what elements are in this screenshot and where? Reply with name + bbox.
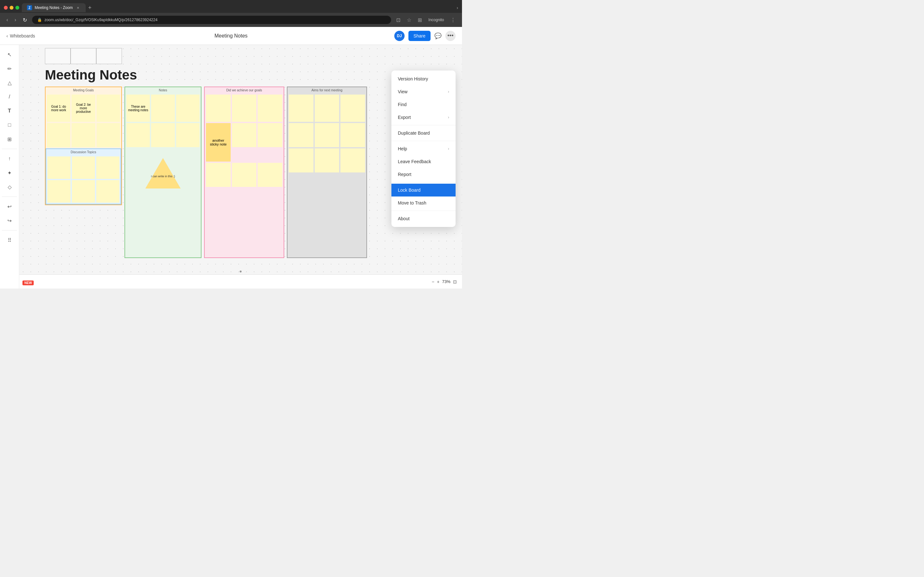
- pen-tool-button[interactable]: ✏: [4, 63, 15, 74]
- tab-close-button[interactable]: ✕: [75, 5, 81, 10]
- left-toolbar: ↖ ✏ △ / T □ ⊞ ↑ ✦ ◇ ↩ ↪ ⠿: [0, 45, 19, 288]
- menu-item-duplicate-board[interactable]: Duplicate Board: [391, 127, 456, 139]
- sticky-note5[interactable]: [151, 123, 174, 147]
- scroll-indicator: [240, 271, 242, 272]
- menu-item-lock-board[interactable]: Lock Board: [391, 184, 456, 197]
- sticky-goal2[interactable]: Goal 2: be more productive: [71, 95, 95, 122]
- select-tool-button[interactable]: ↖: [4, 49, 15, 60]
- star-tool-button[interactable]: ✦: [4, 167, 15, 179]
- maximize-window-button[interactable]: [15, 6, 19, 10]
- undo-button[interactable]: ↩: [4, 201, 15, 212]
- sticky-aim4[interactable]: [289, 123, 313, 147]
- forward-button[interactable]: ›: [13, 16, 17, 24]
- menu-item-move-to-trash[interactable]: Move to Trash: [391, 197, 456, 210]
- discussion-topics-title: Discussion Topics: [46, 149, 121, 155]
- sticky-disc6[interactable]: [96, 180, 120, 203]
- sticky-goal1[interactable]: Goal 1: do more work: [47, 95, 70, 122]
- sticky-note1[interactable]: These are meeting notes: [126, 95, 150, 122]
- sticky-disc2[interactable]: [72, 156, 95, 179]
- zoom-level-display: 73%: [442, 279, 451, 284]
- menu-item-help[interactable]: Help ›: [391, 142, 456, 155]
- sticky-ach1[interactable]: [206, 95, 231, 122]
- sticky-ach8[interactable]: [232, 163, 257, 187]
- minimize-window-button[interactable]: [10, 6, 13, 10]
- line-tool-button[interactable]: /: [4, 91, 15, 103]
- toolbar-separator: [2, 149, 17, 149]
- sticky-ach7[interactable]: [206, 163, 231, 187]
- refresh-button[interactable]: ↻: [21, 16, 28, 24]
- sticky-goal3[interactable]: [97, 95, 120, 122]
- sticky-note6[interactable]: [176, 123, 200, 147]
- frame-previews: [45, 48, 122, 64]
- triangle-note[interactable]: I can write in this :): [145, 158, 181, 189]
- template-tool-button[interactable]: ⊞: [4, 133, 15, 145]
- sticky-disc1[interactable]: [47, 156, 71, 179]
- address-bar[interactable]: 🔒 zoom.us/wb/doc/_GzqzfVOSlKu9apIdkkuMQ/…: [32, 16, 391, 24]
- menu-item-about[interactable]: About: [391, 212, 456, 225]
- text-tool-button[interactable]: T: [4, 105, 15, 117]
- sticky-another[interactable]: another sticky note: [206, 123, 231, 161]
- sticky-aim2[interactable]: [315, 95, 339, 122]
- sticky-aim9[interactable]: [341, 148, 365, 172]
- active-tab[interactable]: Z Meeting Notes - Zoom ✕: [22, 3, 86, 12]
- close-window-button[interactable]: [4, 6, 8, 10]
- sticky-aim7[interactable]: [289, 148, 313, 172]
- sticky-ach5[interactable]: [232, 123, 257, 147]
- zoom-out-button[interactable]: −: [432, 279, 435, 284]
- tab-title: Meeting Notes - Zoom: [35, 5, 73, 10]
- new-tab-button[interactable]: +: [88, 5, 92, 11]
- sticky-goal4[interactable]: [47, 123, 70, 147]
- menu-divider-4: [391, 211, 456, 211]
- back-to-whiteboards-button[interactable]: ‹ Whiteboards: [6, 33, 35, 39]
- zoom-in-button[interactable]: +: [437, 279, 439, 284]
- back-button[interactable]: ‹: [5, 16, 9, 24]
- app-header: ‹ Whiteboards Meeting Notes DJ Share 💬 •…: [0, 27, 462, 45]
- minimap-button[interactable]: ⊡: [453, 279, 457, 284]
- shape-tool-button[interactable]: △: [4, 77, 15, 89]
- sticky-note4[interactable]: [126, 123, 150, 147]
- frame-tool-button[interactable]: □: [4, 119, 15, 131]
- menu-item-export[interactable]: Export ›: [391, 111, 456, 124]
- sticky-ach6[interactable]: [258, 123, 282, 147]
- frame-preview-2[interactable]: [71, 48, 96, 64]
- context-menu: Version History View › Find Export › Dup…: [391, 71, 456, 227]
- sticky-ach3[interactable]: [258, 95, 282, 122]
- sticky-aim6[interactable]: [341, 123, 365, 147]
- sticky-aim1[interactable]: [289, 95, 313, 122]
- notes-section: Notes These are meeting notes I can writ…: [124, 87, 202, 258]
- achieve-goals-section: Did we achieve our goals another sticky …: [204, 87, 284, 258]
- sticky-ach9[interactable]: [258, 163, 282, 187]
- sticky-aim8[interactable]: [315, 148, 339, 172]
- menu-item-leave-feedback[interactable]: Leave Feedback: [391, 155, 456, 168]
- diamond-tool-button[interactable]: ◇: [4, 181, 15, 193]
- sticky-aim5[interactable]: [315, 123, 339, 147]
- sticky-note3[interactable]: [176, 95, 200, 122]
- menu-item-view[interactable]: View ›: [391, 85, 456, 98]
- sticky-goal5[interactable]: [71, 123, 95, 147]
- comments-button[interactable]: 💬: [435, 32, 441, 39]
- sticky-note2[interactable]: [151, 95, 174, 122]
- upload-tool-button[interactable]: ↑: [4, 153, 15, 164]
- grid-view-button[interactable]: ⠿: [4, 234, 15, 246]
- aims-grid: [288, 93, 367, 174]
- sticky-aim3[interactable]: [341, 95, 365, 122]
- meeting-goals-grid: Goal 1: do more work Goal 2: be more pro…: [45, 93, 121, 148]
- menu-item-version-history[interactable]: Version History: [391, 73, 456, 85]
- sticky-goal6[interactable]: [97, 123, 120, 147]
- frame-preview-1[interactable]: [45, 48, 71, 64]
- sticky-disc4[interactable]: [47, 180, 71, 203]
- frame-preview-3[interactable]: [96, 48, 122, 64]
- sticky-disc3[interactable]: [96, 156, 120, 179]
- tab-overflow-button[interactable]: ›: [457, 5, 458, 10]
- share-button[interactable]: Share: [409, 31, 431, 41]
- redo-button[interactable]: ↪: [4, 215, 15, 226]
- sticky-disc5[interactable]: [72, 180, 95, 203]
- more-options-button[interactable]: •••: [445, 31, 456, 41]
- sticky-ach2[interactable]: [232, 95, 257, 122]
- bookmark-icon[interactable]: ☆: [405, 16, 413, 24]
- menu-item-report[interactable]: Report: [391, 168, 456, 181]
- extensions-icon[interactable]: ⊞: [417, 16, 423, 24]
- notes-grid: These are meeting notes: [125, 93, 201, 148]
- menu-item-find[interactable]: Find: [391, 98, 456, 111]
- browser-menu-button[interactable]: ⋮: [449, 16, 457, 24]
